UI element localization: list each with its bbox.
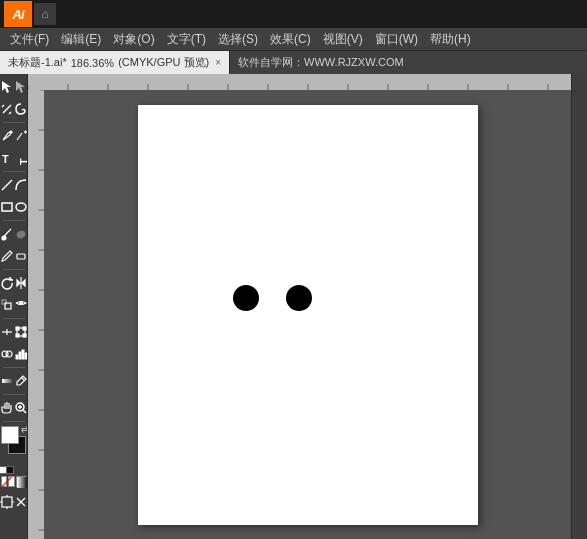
svg-rect-57 xyxy=(16,355,18,359)
menu-help[interactable]: 帮助(H) xyxy=(424,29,477,50)
scale-tool[interactable] xyxy=(0,294,14,316)
website-label: 软件自学网：WWW.RJZXW.COM xyxy=(238,55,404,70)
warp-tool[interactable] xyxy=(14,294,28,316)
menu-view[interactable]: 视图(V) xyxy=(317,29,369,50)
svg-rect-67 xyxy=(17,477,28,488)
svg-rect-61 xyxy=(2,379,12,383)
gradient-fill-button[interactable] xyxy=(16,476,27,487)
svg-marker-44 xyxy=(17,280,20,286)
svg-rect-39 xyxy=(2,203,12,211)
hand-tool[interactable] xyxy=(0,397,14,419)
pencil-tool[interactable] xyxy=(0,245,14,267)
svg-rect-51 xyxy=(16,327,19,330)
reflect-tool[interactable] xyxy=(14,272,28,294)
rotate-tool[interactable] xyxy=(0,272,14,294)
gradient-tool[interactable] xyxy=(0,370,14,392)
svg-line-38 xyxy=(2,180,12,190)
menu-select[interactable]: 选择(S) xyxy=(212,29,264,50)
svg-marker-28 xyxy=(2,81,11,93)
svg-rect-58 xyxy=(19,352,21,359)
slice-tool[interactable] xyxy=(14,491,28,513)
rect-tool[interactable] xyxy=(0,196,14,218)
svg-line-64 xyxy=(23,410,26,413)
blob-brush-tool[interactable] xyxy=(14,223,28,245)
fill-color-box[interactable] xyxy=(1,426,19,444)
svg-line-31 xyxy=(2,105,4,107)
tab-website: 软件自学网：WWW.RJZXW.COM xyxy=(229,51,412,74)
tab-bar: 未标题-1.ai* 186.36% (CMYK/GPU 预览) × 软件自学网：… xyxy=(0,50,587,74)
menu-edit[interactable]: 编辑(E) xyxy=(55,29,107,50)
vertical-type-tool[interactable]: T xyxy=(14,147,28,169)
svg-rect-54 xyxy=(23,334,26,337)
svg-point-48 xyxy=(19,302,22,305)
svg-rect-15 xyxy=(28,90,44,539)
menu-file[interactable]: 文件(F) xyxy=(4,29,55,50)
svg-marker-45 xyxy=(22,280,25,286)
tab-filename: 未标题-1.ai* xyxy=(8,55,67,70)
line-tool[interactable] xyxy=(0,174,14,196)
dot-2 xyxy=(286,285,312,311)
svg-rect-47 xyxy=(2,300,6,304)
svg-point-56 xyxy=(6,351,12,357)
menu-window[interactable]: 窗口(W) xyxy=(369,29,424,50)
svg-rect-52 xyxy=(23,327,26,330)
swap-fill-stroke[interactable]: ⇄ xyxy=(21,424,29,434)
svg-point-40 xyxy=(16,203,26,211)
type-tool[interactable]: T xyxy=(0,147,14,169)
svg-point-41 xyxy=(2,236,6,240)
ai-logo: Ai xyxy=(4,1,32,27)
svg-marker-29 xyxy=(16,81,25,93)
arc-tool[interactable] xyxy=(14,174,28,196)
menu-bar: 文件(F) 编辑(E) 对象(O) 文字(T) 选择(S) 效果(C) 视图(V… xyxy=(0,28,587,50)
pen-tool[interactable] xyxy=(0,125,14,147)
home-icon[interactable]: ⌂ xyxy=(34,3,56,25)
eyedropper-tool[interactable] xyxy=(14,370,28,392)
selection-tool[interactable] xyxy=(0,76,14,98)
svg-line-62 xyxy=(21,377,24,380)
main-layout: T T xyxy=(0,74,587,539)
menu-text[interactable]: 文字(T) xyxy=(161,29,212,50)
ellipse-tool[interactable] xyxy=(14,196,28,218)
active-tab[interactable]: 未标题-1.ai* 186.36% (CMYK/GPU 预览) × xyxy=(0,51,229,74)
direct-select-tool[interactable] xyxy=(14,76,28,98)
default-colors[interactable] xyxy=(0,466,7,474)
default-stroke-box xyxy=(6,466,14,474)
artboard-tool[interactable] xyxy=(0,491,14,513)
magic-wand-tool[interactable] xyxy=(0,98,14,120)
right-scroll-panel xyxy=(571,74,587,539)
ruler-vertical xyxy=(28,90,44,539)
shape-builder-tool[interactable] xyxy=(0,343,14,365)
lasso-tool[interactable] xyxy=(14,98,28,120)
svg-point-33 xyxy=(10,131,12,133)
svg-rect-68 xyxy=(2,497,12,507)
column-graph-tool[interactable] xyxy=(14,343,28,365)
add-anchor-tool[interactable] xyxy=(14,125,28,147)
svg-rect-59 xyxy=(22,350,24,359)
menu-object[interactable]: 对象(O) xyxy=(107,29,160,50)
svg-text:T: T xyxy=(2,153,9,165)
zoom-tool[interactable] xyxy=(14,397,28,419)
svg-line-30 xyxy=(3,105,11,113)
free-transform-tool[interactable] xyxy=(14,321,28,343)
left-toolbar: T T xyxy=(0,74,28,539)
tab-colormode: (CMYK/GPU 预览) xyxy=(118,55,209,70)
svg-rect-60 xyxy=(25,353,27,359)
brush-tool[interactable] xyxy=(0,223,14,245)
title-bar: Ai ⌂ xyxy=(0,0,587,28)
tab-close-button[interactable]: × xyxy=(215,57,221,68)
artboard xyxy=(138,105,478,525)
svg-rect-53 xyxy=(16,334,19,337)
svg-rect-0 xyxy=(28,74,571,90)
ruler-horizontal xyxy=(28,74,571,90)
svg-text:T: T xyxy=(18,158,28,165)
width-tool[interactable] xyxy=(0,321,14,343)
svg-rect-42 xyxy=(17,254,25,259)
canvas-area[interactable] xyxy=(44,90,571,539)
eraser-tool[interactable] xyxy=(14,245,28,267)
dot-1 xyxy=(233,285,259,311)
svg-line-32 xyxy=(9,112,11,114)
tab-zoom: 186.36% xyxy=(71,57,114,69)
none-fill-button[interactable] xyxy=(1,476,8,487)
menu-effect[interactable]: 效果(C) xyxy=(264,29,317,50)
